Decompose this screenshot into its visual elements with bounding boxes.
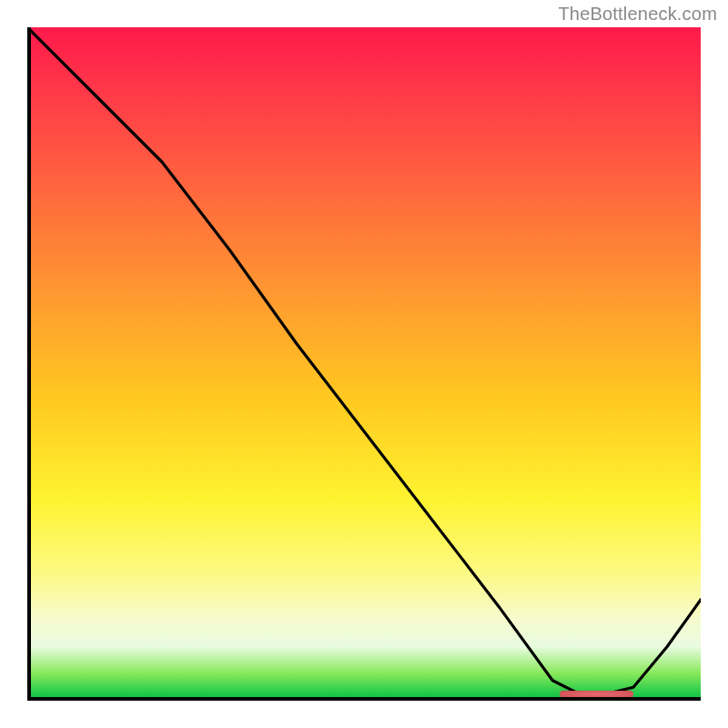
attribution-text: TheBottleneck.com: [558, 4, 717, 25]
bottleneck-curve: [27, 27, 701, 701]
plot-area: [27, 27, 701, 701]
minimum-region-marker: [560, 691, 633, 698]
bottleneck-chart: TheBottleneck.com: [0, 0, 728, 728]
